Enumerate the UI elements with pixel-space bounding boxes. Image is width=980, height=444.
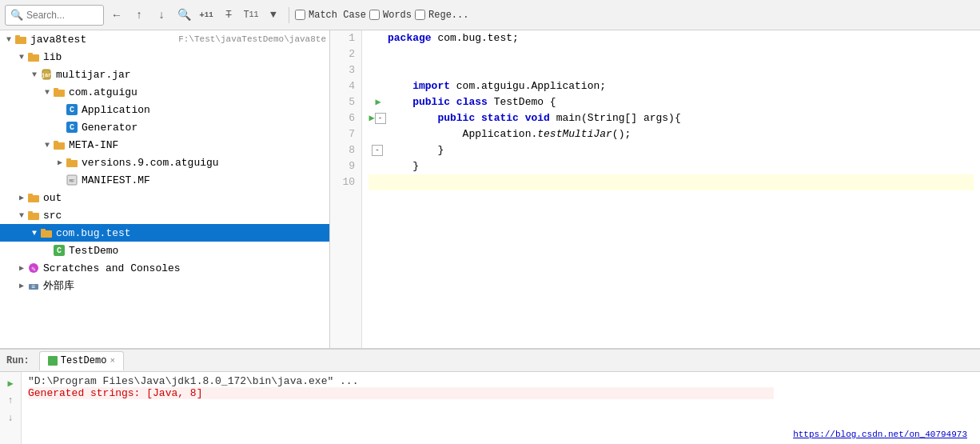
tree-icon-Scratches: ✎ — [27, 262, 40, 274]
gutter-8[interactable]: - — [368, 145, 388, 156]
tree-label-TestDemo: TestDemo — [69, 245, 326, 257]
tree-item-Generator[interactable]: CGenerator — [0, 118, 329, 136]
code-line-7: Application.testMultiJar(); — [368, 126, 974, 142]
tree-arrow-java8test[interactable]: ▼ — [3, 35, 14, 44]
code-line-2 — [368, 46, 974, 62]
tree-icon-com.bug.test — [40, 226, 53, 239]
svg-rect-3 — [28, 53, 33, 55]
tree-item-com.atguigu[interactable]: ▼com.atguigu — [0, 83, 329, 101]
tree-item-multijar[interactable]: ▼jarmultijar.jar — [0, 66, 329, 83]
run-tabs: Run: TestDemo × — [0, 350, 980, 372]
tree-icon-out — [27, 191, 40, 204]
tree-icon-multijar: jar — [40, 68, 53, 81]
tree-arrow-META-INF[interactable]: ▼ — [42, 141, 53, 150]
tree-label-external: 外部库 — [43, 278, 326, 293]
regex-input[interactable] — [415, 10, 425, 20]
tree-arrow-Scratches[interactable]: ▶ — [16, 263, 27, 273]
match-case-checkbox[interactable]: Match Case — [295, 10, 366, 21]
tree-item-MANIFEST[interactable]: MFMANIFEST.MF — [0, 171, 329, 189]
tree-label-multijar: multijar.jar — [56, 69, 326, 81]
run-play-btn[interactable]: ▶ — [2, 375, 18, 391]
tree-arrow-external[interactable]: ▶ — [16, 281, 27, 290]
tree-item-out[interactable]: ▶out — [0, 189, 329, 206]
tree-arrow-out[interactable]: ▶ — [16, 193, 27, 202]
run-arrow-icon[interactable]: ▶ — [368, 110, 374, 126]
run-tab-icon — [48, 356, 58, 366]
code-editor[interactable]: 12345678910 package com.bug.test; import… — [330, 30, 980, 348]
tree-arrow-lib[interactable]: ▼ — [16, 53, 27, 62]
tree-arrow-com.bug.test[interactable]: ▼ — [29, 229, 40, 238]
gutter-5[interactable]: ▶ — [368, 94, 388, 110]
run-tab-label: TestDemo — [61, 355, 107, 366]
tree-item-Scratches[interactable]: ▶✎Scratches and Consoles — [0, 259, 329, 277]
console-line: Generated strings: [Java, 8] — [28, 387, 774, 399]
code-line-5: ▶ public class TestDemo { — [368, 94, 974, 110]
regex-checkbox[interactable]: Rege... — [415, 10, 468, 21]
add-occurrence-btn[interactable]: +11 — [197, 6, 216, 25]
run-up-btn[interactable]: ↑ — [2, 393, 18, 409]
toggle-btn1[interactable]: T — [219, 6, 238, 25]
main-area: ▼java8testF:\Test\javaTestDemo\java8te▼l… — [0, 30, 980, 348]
code-text-5: public class TestDemo { — [388, 94, 556, 110]
tree-arrow-com.atguigu[interactable]: ▼ — [42, 88, 53, 97]
line-number-5: 5 — [330, 94, 361, 110]
tree-arrow-src[interactable]: ▼ — [16, 211, 27, 220]
tree-item-java8test[interactable]: ▼java8testF:\Test\javaTestDemo\java8te — [0, 30, 329, 48]
run-tab-close-btn[interactable]: × — [110, 356, 115, 366]
words-input[interactable] — [369, 10, 380, 20]
sidebar: ▼java8testF:\Test\javaTestDemo\java8te▼l… — [0, 30, 330, 348]
tree-item-META-INF[interactable]: ▼META-INF — [0, 136, 329, 154]
back-arrow-btn[interactable]: ← — [107, 6, 126, 25]
sep1 — [289, 7, 289, 23]
tree-item-external[interactable]: ▶≡外部库 — [0, 277, 329, 294]
tree-path-java8test: F:\Test\javaTestDemo\java8te — [178, 34, 326, 44]
words-checkbox[interactable]: Words — [369, 10, 412, 21]
toggle-btn2[interactable]: T11 — [241, 6, 261, 25]
tree-label-com.bug.test: com.bug.test — [56, 227, 326, 239]
code-text-6: public static void main(String[] args){ — [388, 110, 681, 126]
code-text-2 — [388, 46, 394, 62]
filter-btn[interactable]: ▼ — [264, 6, 283, 25]
tree-item-com.bug.test[interactable]: ▼com.bug.test — [0, 224, 329, 242]
svg-rect-17 — [28, 211, 33, 214]
code-line-1: package com.bug.test; — [368, 30, 974, 46]
tree-label-out: out — [43, 192, 326, 204]
tree-item-TestDemo[interactable]: CTestDemo — [0, 242, 329, 259]
run-console: "D:\Program Files\Java\jdk1.8.0_172\bin\… — [22, 372, 780, 444]
match-case-input[interactable] — [295, 10, 305, 20]
svg-text:✎: ✎ — [31, 266, 36, 274]
line-number-10: 10 — [330, 174, 361, 190]
line-number-1: 1 — [330, 30, 361, 46]
toolbar: 🔍 ← ↑ ↓ 🔍 +11 T T11 ▼ Match Case Words R… — [0, 0, 980, 30]
run-side-buttons: ▶ ↑ ↓ — [0, 372, 22, 444]
tree-arrow-versions[interactable]: ▶ — [54, 158, 66, 167]
search-input[interactable] — [26, 10, 98, 21]
gutter-6[interactable]: ▶- — [368, 110, 388, 126]
console-line: "D:\Program Files\Java\jdk1.8.0_172\bin\… — [28, 375, 774, 387]
run-footer-link[interactable]: https://blog.csdn.net/on_40794973 — [787, 428, 974, 441]
tree-label-java8test: java8test — [30, 34, 175, 46]
fold-close-icon[interactable]: - — [372, 145, 383, 156]
run-down-btn[interactable]: ↓ — [2, 410, 18, 426]
run-output: ▶ ↑ ↓ "D:\Program Files\Java\jdk1.8.0_17… — [0, 372, 980, 444]
fold-icon[interactable]: - — [375, 113, 386, 124]
tree-arrow-multijar[interactable]: ▼ — [29, 70, 40, 79]
tree-item-versions[interactable]: ▶versions.9.com.atguigu — [0, 154, 329, 171]
svg-rect-10 — [66, 160, 78, 167]
svg-rect-6 — [54, 90, 65, 97]
code-text-4: import com.atguigu.Application; — [388, 78, 606, 94]
bottom-panel: Run: TestDemo × ▶ ↑ ↓ "D:\Program Files\… — [0, 348, 980, 444]
tree-item-src[interactable]: ▼src — [0, 206, 329, 224]
svg-rect-19 — [41, 229, 46, 231]
run-arrow-icon[interactable]: ▶ — [375, 94, 380, 110]
tree-icon-com.atguigu — [53, 86, 66, 98]
down-btn[interactable]: ↓ — [152, 6, 171, 25]
run-tab-testdemo[interactable]: TestDemo × — [39, 351, 124, 370]
tree-item-lib[interactable]: ▼lib — [0, 48, 329, 66]
up-btn[interactable]: ↑ — [129, 6, 149, 25]
tree-item-Application[interactable]: CApplication — [0, 101, 329, 118]
search-icon: 🔍 — [10, 9, 23, 22]
find-btn[interactable]: 🔍 — [174, 6, 193, 25]
tree-label-lib: lib — [43, 51, 326, 63]
search-box[interactable]: 🔍 — [5, 5, 104, 26]
